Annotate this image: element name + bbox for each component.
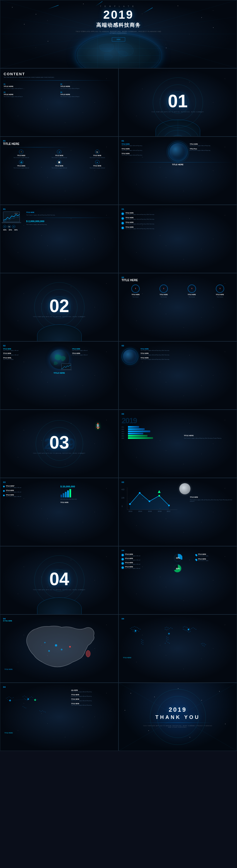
svg-rect-69 <box>138 631 139 632</box>
s04-item-1: TITLE HERE This Content is apply to Annu… <box>122 553 160 556</box>
svg-point-45 <box>168 505 170 506</box>
svg-text:2.5: 2.5 <box>122 497 124 499</box>
row-7: 2019 🚀 03 THIS TEMPLATE APPLIES TO ANNUA… <box>0 410 237 478</box>
bar-6-green <box>128 437 153 439</box>
tl-item-4: 📍 TITLE HERE This Content <box>216 284 224 298</box>
svg-rect-73 <box>141 639 142 640</box>
s03-divider-content: 03 THIS TEMPLATE APPLIES TO ANNUAL REPOR… <box>0 410 118 477</box>
svg-rect-144 <box>23 706 23 707</box>
svg-rect-145 <box>24 707 25 708</box>
s02-orb2-content: 02 TITLE HERE This Content is apply to A… <box>119 342 237 409</box>
svg-rect-94 <box>169 643 170 644</box>
svg-rect-86 <box>166 629 167 630</box>
s04-tx-item-2: TITLE HERE This Content is apply to Annu… <box>71 694 115 697</box>
orb-bottom-title: TITLE HERE <box>122 163 234 165</box>
tl-circle-2: 📍 <box>159 284 168 293</box>
svg-rect-110 <box>188 632 189 632</box>
world-map-svg <box>122 621 228 657</box>
phone-icon: 📱 <box>19 150 23 154</box>
svg-rect-79 <box>165 627 166 628</box>
svg-rect-138 <box>24 698 25 699</box>
s01-num: 01 <box>168 92 188 110</box>
s02-o-item-3: TITLE HERE This Content is apply to Annu… <box>141 357 234 360</box>
s04-item-4: TITLE HERE This Content is apply to Annu… <box>122 566 160 569</box>
tl-circle-3: 📍 <box>188 284 196 293</box>
svg-rect-124 <box>10 697 11 698</box>
hero-button[interactable]: XXX <box>112 37 125 41</box>
bar-row-2: 2012 <box>122 428 181 430</box>
s02-timeline-content: 02 TITLE HERE 📍 TITLE HERE This Content … <box>119 273 237 341</box>
svg-point-120 <box>168 633 170 634</box>
svg-rect-115 <box>205 644 206 645</box>
s03-stat-item-3: TITLE HERE This Content is apply to Annu… <box>3 494 58 497</box>
slide-hero: TEMPLATE 2019 高端动感科技商务 THIS TEMPLATE APP… <box>0 0 237 68</box>
laptop-icon-2: 📷 <box>7 225 11 228</box>
pct-3: 30% <box>14 229 18 231</box>
svg-text:2017: 2017 <box>167 510 171 512</box>
row-6: 02 TITLE HERE This Content is apply to A… <box>0 341 237 410</box>
slide-thankyou: 2019 THANK YOU THIS TEMPLATE APPLIES TO … <box>119 683 237 751</box>
s01-desc: THIS TEMPLATE APPLIES TO ANNUAL REPORTIN… <box>152 111 204 113</box>
s04-m-num: 04 <box>3 618 115 620</box>
s03-dot-2 <box>3 490 5 492</box>
dot-1 <box>122 213 124 215</box>
s02-timeline: 📍 TITLE HERE This Content 📍 TITLE HERE T… <box>122 284 234 298</box>
screen-svg: 2019 <box>3 212 20 222</box>
s01-i-num: 01 <box>3 140 115 142</box>
svg-marker-35 <box>158 490 160 493</box>
svg-rect-125 <box>11 698 12 699</box>
s02-laptop-base <box>61 370 72 370</box>
s04-num: 04 <box>49 570 69 588</box>
svg-rect-112 <box>201 643 202 644</box>
laptop-bottom-icons: ⚙ 📷 ★ <box>3 225 24 228</box>
s01-icons-content: 01 TITLE HERE 📱 TITLE HERE This Content … <box>0 137 118 205</box>
slide-s04-world: 04 <box>119 614 237 683</box>
s02-t-title: TITLE HERE <box>122 279 234 282</box>
slide-s02-orb2: 02 TITLE HERE This Content is apply to A… <box>119 341 237 410</box>
svg-text:2019: 2019 <box>14 213 18 214</box>
svg-point-42 <box>139 492 141 494</box>
svg-rect-80 <box>166 627 167 627</box>
content-subtitle: THIS TEMPLATE APPLIES TO ANNUAL REPORTIN… <box>4 76 115 78</box>
s02-t-num: 02 <box>122 276 234 279</box>
icon-item-6: ★ TITLE HERE This Content is apply to An… <box>79 160 115 168</box>
bar-row-4: 2014 <box>122 433 181 434</box>
s01-list-items: TITLE HERE This Content is apply to Annu… <box>122 212 234 229</box>
svg-rect-66 <box>134 629 135 630</box>
ty-year: 2019 <box>169 706 187 713</box>
svg-rect-92 <box>166 641 167 642</box>
s02-laptop-row: TITLE HERE This Content is apply to Annu… <box>3 348 115 370</box>
slide-s03-chart: 03 2019 2011 2012 <box>119 410 237 478</box>
s04-item-3: TITLE HERE This Content is apply to Annu… <box>122 562 160 565</box>
s04-map-label: TITLE HERE. <box>4 669 13 670</box>
list-item-2: TITLE HERE This Content is apply to Annu… <box>122 217 234 220</box>
svg-rect-78 <box>143 644 143 645</box>
camera-icon: 📷 <box>95 150 99 154</box>
s04-pin-2: TITLE HERE This Content is apply <box>196 558 234 561</box>
s01-orb-cols: TITLE HERE This Content is apply to Annu… <box>122 143 234 160</box>
s02-num: 02 <box>49 297 69 315</box>
s02-desc: THIS TEMPLATE APPLIES TO ANNUAL REPORTIN… <box>33 316 86 317</box>
s01-icon-grid: 📱 TITLE HERE This Content is apply to An… <box>3 150 115 168</box>
slide-s04-text: 04 <box>0 683 119 751</box>
s03-desc: THIS TEMPLATE APPLIES TO ANNUAL REPORTIN… <box>33 453 86 454</box>
s04-items-row: TITLE HERE This Content is apply to Annu… <box>122 553 234 573</box>
s03-line-content: 03 4.3 2.5 1 <box>119 478 237 546</box>
s03-bottom-title: TITLE HERE <box>60 502 68 503</box>
ty-divider <box>143 722 213 723</box>
s02-orb2-items: TITLE HERE This Content is apply to Annu… <box>141 348 234 363</box>
bar-4 <box>128 433 143 434</box>
s03-num: 03 <box>49 434 69 452</box>
slide-s02-divider: 02 THIS TEMPLATE APPLIES TO ANNUAL REPOR… <box>0 273 119 341</box>
s02-o-item-1: TITLE HERE This Content is apply to Annu… <box>141 348 234 351</box>
svg-rect-64 <box>131 629 132 630</box>
tl-item-2: 📍 TITLE HERE This Content <box>159 284 168 298</box>
svg-text:1: 1 <box>122 505 123 507</box>
s04-text-row: TITLE HERE! title HERE This Content is a… <box>3 689 115 735</box>
s04-tx-items: title HERE This Content is apply to Annu… <box>71 689 115 735</box>
s02-lp-right: TITLE HERE This Content is apply to Annu… <box>72 348 116 370</box>
svg-point-54 <box>69 646 71 648</box>
svg-rect-93 <box>168 642 169 643</box>
svg-point-118 <box>135 630 136 632</box>
s01-laptop-cols: 2019 ⚙ 📷 ★ 40% 30% 30% <box>3 212 115 231</box>
